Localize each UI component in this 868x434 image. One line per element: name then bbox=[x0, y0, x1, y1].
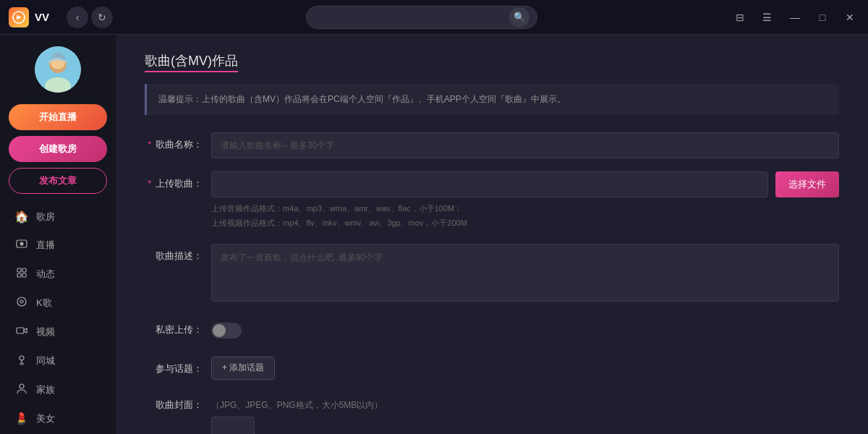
back-button[interactable]: ‹ bbox=[67, 7, 88, 28]
sidebar-item-karaoke-label: K歌 bbox=[36, 297, 52, 310]
post-article-button[interactable]: 发布文章 bbox=[9, 168, 107, 194]
dynamic-icon bbox=[14, 267, 29, 281]
page-title: 歌曲(含MV)作品 bbox=[145, 52, 839, 69]
private-upload-row: 私密上传： bbox=[145, 318, 839, 344]
refresh-button[interactable]: ↻ bbox=[91, 7, 113, 28]
toggle-wrap bbox=[211, 318, 839, 344]
sidebar-item-dynamic[interactable]: 动态 bbox=[0, 260, 116, 289]
sidebar: 开始直播 创建歌房 发布文章 🏠 歌房 直播 动态 bbox=[0, 35, 116, 434]
create-room-button[interactable]: 创建歌房 bbox=[9, 136, 107, 162]
private-toggle[interactable] bbox=[211, 323, 242, 339]
svg-point-12 bbox=[20, 300, 23, 303]
svg-rect-7 bbox=[17, 268, 21, 272]
main-layout: 开始直播 创建歌房 发布文章 🏠 歌房 直播 动态 bbox=[0, 35, 868, 434]
svg-point-6 bbox=[20, 242, 24, 246]
toggle-knob bbox=[213, 324, 226, 337]
search-icon-btn[interactable]: 🔍 bbox=[509, 7, 529, 27]
avatar bbox=[35, 46, 81, 93]
svg-point-11 bbox=[17, 297, 26, 306]
description-textarea[interactable] bbox=[211, 244, 839, 302]
cover-control: （JPG、JPEG、PNG格式，大小5MB以内） + bbox=[211, 393, 839, 434]
notice-bar: 温馨提示：上传的歌曲（含MV）作品将会在PC端个人空间『作品』、手机APP个人空… bbox=[145, 84, 839, 115]
upload-song-label: 上传歌曲： bbox=[145, 171, 203, 190]
close-btn[interactable]: ✕ bbox=[841, 8, 859, 27]
avatar-image bbox=[35, 46, 81, 93]
sidebar-item-karaoke[interactable]: K歌 bbox=[0, 289, 116, 318]
titlebar-right: ⊟ ☰ — □ ✕ bbox=[731, 8, 859, 27]
sidebar-item-family-label: 家族 bbox=[36, 383, 55, 396]
menu-btn[interactable]: ☰ bbox=[758, 8, 777, 27]
svg-rect-8 bbox=[22, 268, 26, 272]
format-hint-audio: 上传音频作品格式：m4a、mp3、wma、amr、wav、flac，小于100M… bbox=[211, 202, 839, 231]
sidebar-buttons: 开始直播 创建歌房 发布文章 bbox=[0, 104, 116, 194]
select-file-button[interactable]: 选择文件 bbox=[775, 171, 839, 197]
titlebar-left: VV ‹ ↻ bbox=[9, 7, 113, 28]
cover-upload-box[interactable]: + bbox=[211, 417, 255, 434]
svg-rect-10 bbox=[22, 273, 26, 277]
song-name-control bbox=[211, 132, 839, 158]
sidebar-item-nearby[interactable]: 同城 bbox=[0, 346, 116, 375]
song-name-input[interactable] bbox=[211, 132, 839, 158]
video-icon bbox=[14, 325, 29, 339]
karaoke-icon bbox=[14, 296, 29, 310]
svg-rect-13 bbox=[17, 328, 24, 333]
svg-point-14 bbox=[20, 356, 24, 360]
sidebar-item-video[interactable]: 视频 bbox=[0, 318, 116, 346]
titlebar: VV ‹ ↻ 🔍 ⊟ ☰ — □ ✕ bbox=[0, 0, 868, 35]
sidebar-item-beauty[interactable]: 💄 美女 bbox=[0, 404, 116, 433]
upload-input-area bbox=[211, 171, 768, 197]
svg-rect-9 bbox=[17, 273, 21, 277]
sidebar-item-live[interactable]: 直播 bbox=[0, 231, 116, 260]
private-upload-label: 私密上传： bbox=[145, 318, 203, 336]
song-name-label: 歌曲名称： bbox=[145, 132, 203, 151]
sidebar-item-nearby-label: 同城 bbox=[36, 354, 55, 367]
start-live-button[interactable]: 开始直播 bbox=[9, 104, 107, 130]
search-input[interactable] bbox=[314, 12, 505, 22]
upload-song-row: 上传歌曲： 选择文件 上传音频作品格式：m4a、mp3、wma、amr、wav、… bbox=[145, 171, 839, 231]
live-icon bbox=[14, 238, 29, 252]
content-area: 歌曲(含MV)作品 温馨提示：上传的歌曲（含MV）作品将会在PC端个人空间『作品… bbox=[116, 35, 868, 434]
cover-row: 歌曲封面： （JPG、JPEG、PNG格式，大小5MB以内） + bbox=[145, 393, 839, 434]
description-control bbox=[211, 244, 839, 305]
nav-buttons: ‹ ↻ bbox=[67, 7, 113, 28]
sidebar-item-video-label: 视频 bbox=[36, 326, 55, 339]
add-topic-button[interactable]: + 添加话题 bbox=[211, 357, 275, 380]
description-row: 歌曲描述： bbox=[145, 244, 839, 305]
family-icon bbox=[14, 383, 29, 397]
sidebar-item-family[interactable]: 家族 bbox=[0, 375, 116, 404]
beauty-icon: 💄 bbox=[14, 412, 29, 425]
sidebar-item-live-label: 直播 bbox=[36, 239, 55, 252]
window-icon-btn[interactable]: ⊟ bbox=[731, 8, 749, 27]
cover-label: 歌曲封面： bbox=[145, 393, 203, 412]
sidebar-item-room[interactable]: 🏠 歌房 bbox=[0, 203, 116, 231]
nearby-icon bbox=[14, 354, 29, 368]
svg-point-16 bbox=[20, 384, 24, 388]
upload-row: 选择文件 bbox=[211, 171, 839, 197]
cover-hint: （JPG、JPEG、PNG格式，大小5MB以内） bbox=[211, 393, 839, 412]
room-icon: 🏠 bbox=[14, 210, 29, 224]
minimize-btn[interactable]: — bbox=[786, 8, 804, 27]
private-upload-control bbox=[211, 318, 839, 344]
maximize-btn[interactable]: □ bbox=[813, 8, 832, 27]
app-logo bbox=[9, 7, 29, 27]
search-bar: 🔍 bbox=[306, 6, 537, 29]
sidebar-nav: 🏠 歌房 直播 动态 K歌 bbox=[0, 203, 116, 433]
song-name-row: 歌曲名称： bbox=[145, 132, 839, 158]
sidebar-item-beauty-label: 美女 bbox=[36, 412, 55, 425]
app-title: VV bbox=[35, 11, 49, 23]
topic-label: 参与话题： bbox=[145, 357, 203, 375]
sidebar-item-room-label: 歌房 bbox=[36, 210, 55, 224]
topic-row: 参与话题： + 添加话题 bbox=[145, 357, 839, 380]
topic-control: + 添加话题 bbox=[211, 357, 839, 380]
upload-song-control: 选择文件 上传音频作品格式：m4a、mp3、wma、amr、wav、flac，小… bbox=[211, 171, 839, 231]
sidebar-item-dynamic-label: 动态 bbox=[36, 268, 55, 281]
description-label: 歌曲描述： bbox=[145, 244, 203, 263]
